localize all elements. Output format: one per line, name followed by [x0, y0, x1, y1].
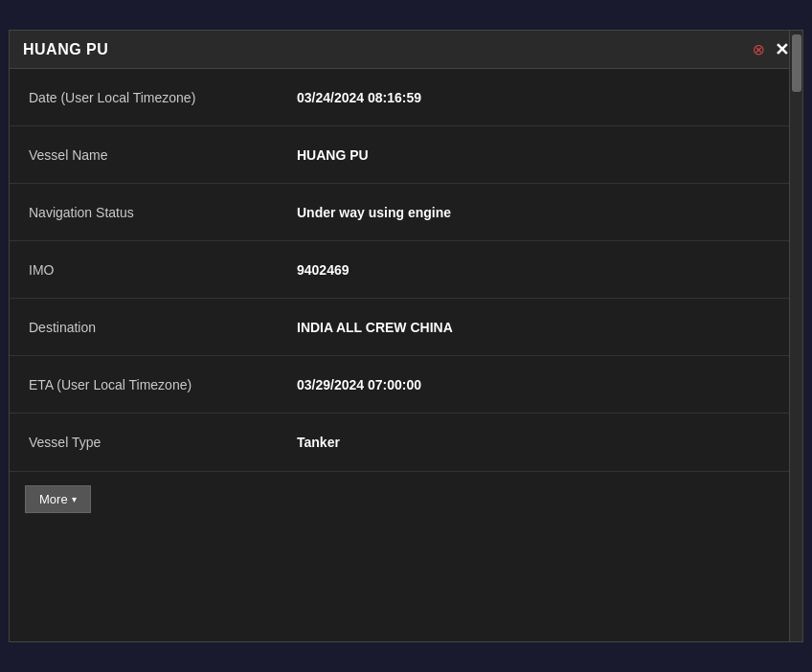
label-eta: ETA (User Local Timezone) [10, 356, 278, 413]
pin-icon[interactable]: ⊕ [748, 38, 770, 60]
header-controls: ⊕ ✕ [753, 40, 789, 58]
label-nav-status: Navigation Status [10, 184, 278, 240]
value-destination: INDIA ALL CREW CHINA [278, 299, 802, 355]
more-button-label: More [39, 492, 68, 506]
close-icon[interactable]: ✕ [775, 41, 789, 58]
vessel-info-panel: HUANG PU ⊕ ✕ Date (User Local Timezone) … [9, 30, 803, 642]
table-row: Vessel Type Tanker [10, 414, 802, 471]
value-eta: 03/29/2024 07:00:00 [278, 356, 802, 413]
more-button[interactable]: More ▾ [25, 485, 91, 513]
table-row: IMO 9402469 [10, 241, 802, 299]
value-nav-status: Under way using engine [278, 184, 802, 240]
value-vessel-type: Tanker [278, 414, 802, 471]
label-imo: IMO [10, 241, 278, 298]
table-row: Navigation Status Under way using engine [10, 184, 802, 241]
value-date: 03/24/2024 08:16:59 [278, 69, 802, 125]
panel-footer: More ▾ [10, 471, 802, 526]
label-destination: Destination [10, 299, 278, 355]
label-vessel-type: Vessel Type [10, 414, 278, 471]
scrollbar[interactable] [789, 31, 802, 641]
table-row: Destination INDIA ALL CREW CHINA [10, 299, 802, 356]
chevron-down-icon: ▾ [72, 494, 77, 504]
table-row: ETA (User Local Timezone) 03/29/2024 07:… [10, 356, 802, 414]
scrollbar-thumb[interactable] [792, 34, 801, 92]
table-row: Vessel Name HUANG PU [10, 126, 802, 184]
label-date: Date (User Local Timezone) [10, 69, 278, 125]
label-vessel-name: Vessel Name [10, 126, 278, 183]
panel-body: Date (User Local Timezone) 03/24/2024 08… [10, 69, 802, 471]
value-imo: 9402469 [278, 241, 802, 298]
value-vessel-name: HUANG PU [278, 126, 802, 183]
table-row: Date (User Local Timezone) 03/24/2024 08… [10, 69, 802, 126]
panel-title: HUANG PU [23, 41, 108, 58]
panel-header: HUANG PU ⊕ ✕ [10, 31, 802, 69]
